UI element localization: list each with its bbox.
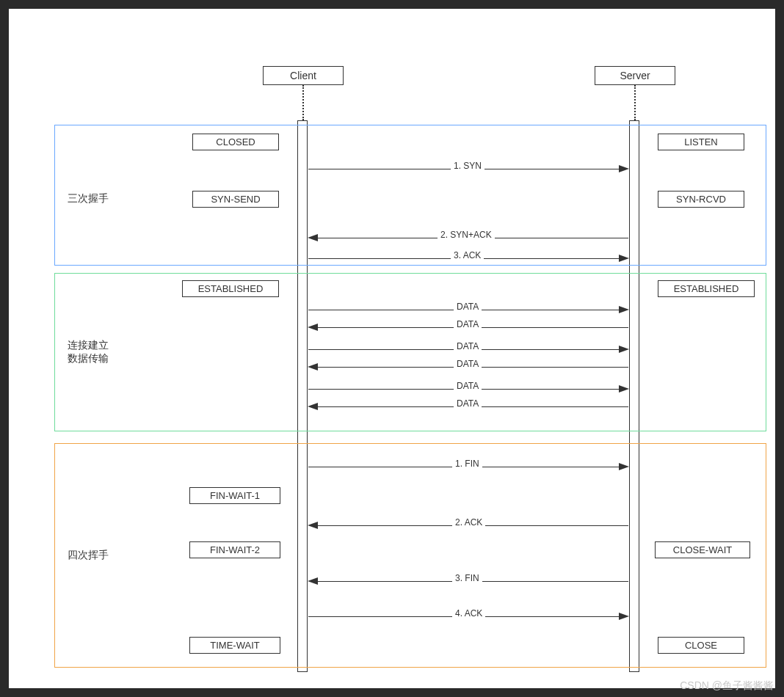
msg-data-3: DATA (308, 343, 628, 355)
msg-ack-2: 2. ACK (308, 519, 628, 531)
server-lifeline-dots (634, 85, 636, 120)
diagram-page: Client Server 三次握手 CLOSED LISTEN SYN-SEN… (9, 9, 775, 688)
participant-server: Server (595, 66, 675, 85)
participant-client: Client (263, 66, 344, 85)
outer-frame: Client Server 三次握手 CLOSED LISTEN SYN-SEN… (0, 0, 784, 697)
participant-client-label: Client (290, 70, 316, 81)
state-server-closewait: CLOSE-WAIT (655, 541, 750, 558)
msg-fin-1: 1. FIN (308, 461, 628, 472)
state-client-finwait1: FIN-WAIT-1 (189, 487, 280, 504)
client-lifeline-dots (302, 85, 304, 120)
state-client-established: ESTABLISHED (182, 280, 279, 297)
state-client-timewait: TIME-WAIT (189, 637, 280, 654)
msg-data-1: DATA (308, 304, 628, 315)
phase-handshake-label: 三次握手 (68, 192, 109, 205)
state-server-established: ESTABLISHED (658, 280, 755, 297)
phase-transfer-label: 连接建立 数据传输 (68, 339, 109, 365)
msg-data-2: DATA (308, 321, 628, 333)
msg-ack-4: 4. ACK (308, 610, 628, 622)
phase-close-label: 四次挥手 (68, 549, 109, 562)
msg-synack: 2. SYN+ACK (308, 232, 628, 244)
state-client-finwait2: FIN-WAIT-2 (189, 541, 280, 558)
msg-ack-handshake: 3. ACK (308, 252, 628, 264)
msg-data-5: DATA (308, 383, 628, 395)
state-client-synsend: SYN-SEND (192, 191, 279, 208)
msg-data-4: DATA (308, 361, 628, 373)
msg-syn: 1. SYN (308, 163, 628, 175)
state-server-synrcvd: SYN-RCVD (658, 191, 744, 208)
state-server-close: CLOSE (658, 637, 744, 654)
watermark-label: CSDN @鱼子酱酱酱 (680, 679, 774, 693)
msg-fin-3: 3. FIN (308, 575, 628, 587)
msg-data-6: DATA (308, 401, 628, 412)
state-server-listen: LISTEN (658, 134, 744, 150)
state-client-closed: CLOSED (192, 134, 279, 150)
participant-server-label: Server (620, 70, 650, 81)
